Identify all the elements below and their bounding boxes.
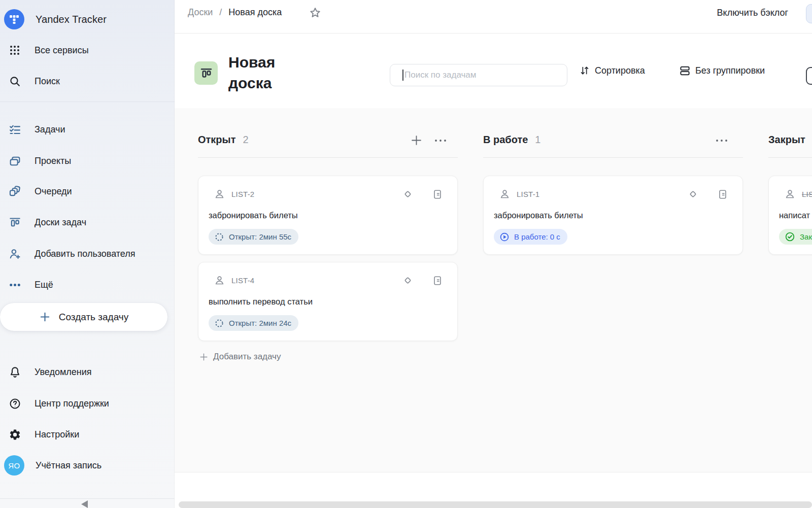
sidebar-item-label: Центр поддержки — [35, 398, 109, 409]
status-badge[interactable]: Закр — [779, 229, 812, 245]
task-type-diamond-icon — [402, 188, 414, 200]
column-menu-icon[interactable] — [433, 136, 448, 146]
favorite-star-icon[interactable] — [308, 6, 322, 20]
edge-partial-toolbar-button[interactable] — [806, 67, 812, 85]
sidebar-item-tasks[interactable]: Задачи — [0, 118, 175, 141]
search-icon — [8, 75, 21, 88]
assignee-icon — [784, 188, 796, 200]
column-closed: Закрыт LIST- написат — [767, 108, 812, 472]
avatar: ЯО — [4, 455, 24, 476]
sidebar-item-label: Уведомления — [35, 367, 92, 378]
task-title: выполнить перевод статьи — [209, 297, 313, 307]
search-input[interactable] — [390, 64, 567, 86]
status-closed-icon — [785, 231, 795, 242]
description-icon — [432, 275, 443, 286]
plus-icon — [39, 311, 51, 323]
column-name: Закрыт — [768, 134, 805, 146]
column-count: 1 — [535, 134, 540, 146]
task-id: LIST-1 — [517, 190, 539, 198]
sidebar-item-account[interactable]: ЯО Учётная запись — [0, 454, 175, 477]
column-divider — [768, 157, 812, 158]
task-card[interactable]: LIST-1 — [483, 176, 743, 255]
plus-icon — [199, 352, 209, 362]
column-add-icon[interactable] — [409, 133, 423, 148]
edge-partial-button[interactable] — [806, 4, 812, 23]
sidebar: Yandex Tracker Все сервисы Поиск — [0, 0, 175, 508]
task-id: LIST-4 — [231, 276, 254, 285]
collapse-sidebar-button[interactable] — [79, 500, 90, 508]
breadcrumb-boards-link[interactable]: Доски — [188, 7, 213, 18]
sidebar-item-add-user[interactable]: Добавить пользователя — [0, 243, 175, 265]
column-count: 2 — [243, 134, 248, 146]
search-box — [390, 64, 567, 86]
column-menu-icon[interactable] — [715, 136, 729, 146]
status-open-icon — [214, 318, 224, 328]
app-logo[interactable]: Yandex Tracker — [4, 9, 107, 29]
sidebar-item-all-services[interactable]: Все сервисы — [0, 39, 175, 61]
create-task-label: Создать задачу — [59, 312, 128, 323]
breadcrumb-current: Новая доска — [228, 7, 282, 18]
sidebar-item-notifications[interactable]: Уведомления — [0, 361, 175, 383]
sidebar-item-more[interactable]: Ещё — [0, 274, 175, 296]
status-open-icon — [214, 232, 224, 242]
task-id: LIST- — [802, 190, 812, 198]
sidebar-item-support[interactable]: Центр поддержки — [0, 392, 175, 415]
board-icon — [194, 61, 218, 85]
breadcrumb: Доски / Новая доска — [188, 7, 282, 18]
task-type-diamond-icon — [687, 188, 699, 200]
sidebar-divider — [0, 101, 175, 102]
enable-backlog-button[interactable]: Включить бэклог — [717, 8, 788, 18]
sidebar-item-boards[interactable]: Доски задач — [0, 211, 175, 233]
grouping-button[interactable]: Без группировки — [679, 65, 765, 77]
sidebar-item-settings[interactable]: Настройки — [0, 423, 175, 446]
status-badge[interactable]: В работе: 0 с — [494, 229, 567, 245]
sidebar-item-label: Проекты — [35, 156, 71, 166]
board-header: Новая доска Сортировка — [175, 33, 812, 108]
boards-icon — [8, 216, 21, 229]
column-header: Открыт 2 — [198, 134, 249, 146]
sort-button[interactable]: Сортировка — [579, 65, 645, 76]
assignee-icon — [214, 188, 225, 200]
app-title: Yandex Tracker — [36, 14, 107, 25]
sidebar-item-label: Поиск — [35, 76, 60, 87]
column-header: Закрыт — [768, 134, 812, 146]
column-name: Открыт — [198, 134, 235, 146]
sidebar-item-projects[interactable]: Проекты — [0, 150, 175, 172]
description-icon — [717, 189, 728, 200]
task-title: забронировать билеты — [209, 211, 298, 220]
status-label: В работе: 0 с — [514, 232, 560, 241]
sort-icon — [579, 65, 590, 76]
task-id: LIST-2 — [231, 190, 254, 198]
sort-label: Сортировка — [595, 65, 645, 76]
add-task-label: Добавить задачу — [213, 352, 281, 362]
grouping-icon — [679, 65, 691, 77]
sidebar-item-label: Задачи — [35, 124, 65, 135]
task-card[interactable]: LIST-2 — [198, 176, 458, 255]
horizontal-scrollbar[interactable] — [179, 501, 812, 508]
column-open: Открыт 2 — [197, 108, 461, 472]
queues-icon — [8, 185, 21, 198]
create-task-button[interactable]: Создать задачу — [0, 303, 167, 331]
status-badge[interactable]: Открыт: 2мин 24с — [209, 315, 298, 331]
assignee-icon — [214, 275, 225, 286]
projects-icon — [8, 154, 21, 167]
sidebar-item-label: Доски задач — [35, 217, 86, 228]
breadcrumb-separator: / — [219, 7, 222, 18]
board-area: Открыт 2 — [175, 108, 812, 472]
task-type-diamond-icon — [402, 275, 414, 286]
text-caret — [402, 70, 403, 81]
column-header: В работе 1 — [483, 134, 540, 146]
add-task-button[interactable]: Добавить задачу — [199, 352, 281, 362]
sidebar-item-label: Очереди — [35, 186, 72, 197]
more-dots-icon — [8, 278, 21, 291]
status-label: Открыт: 2мин 55с — [229, 232, 291, 241]
column-in-progress: В работе 1 LI — [482, 108, 746, 472]
sidebar-item-search[interactable]: Поиск — [0, 70, 175, 92]
task-card[interactable]: LIST- написат Закр — [768, 176, 812, 255]
status-badge[interactable]: Открыт: 2мин 55с — [209, 229, 298, 245]
sidebar-item-queues[interactable]: Очереди — [0, 180, 175, 202]
bell-icon — [8, 365, 21, 379]
column-divider — [483, 157, 743, 158]
task-card[interactable]: LIST-4 — [198, 262, 458, 341]
assignee-icon — [499, 188, 511, 200]
